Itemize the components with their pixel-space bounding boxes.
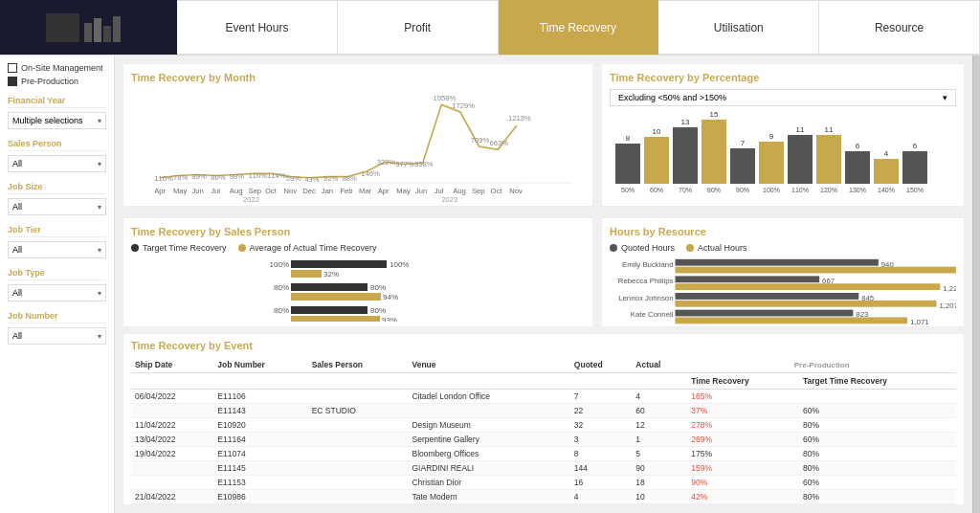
cell-quoted: 7 [570, 390, 632, 404]
svg-text:Jul: Jul [434, 187, 444, 195]
sales-chart: Time Recovery by Sales Person Target Tim… [122, 217, 593, 327]
cell-date: 11/04/2022 [131, 418, 213, 433]
svg-text:13: 13 [681, 118, 690, 126]
chevron-down-icon: ▾ [98, 246, 101, 255]
event-data-table: Ship Date Job Number Sales Person Venue … [131, 357, 956, 505]
preprod-checkbox-box[interactable] [8, 77, 17, 86]
svg-text:7: 7 [741, 139, 746, 147]
cell-recovery: 175% [687, 447, 799, 461]
preprod-checkbox[interactable]: Pre-Production [8, 77, 106, 86]
svg-text:88%: 88% [343, 174, 357, 183]
cell-job: E11106 [213, 390, 307, 404]
svg-text:70%: 70% [679, 187, 692, 193]
svg-text:Apr: Apr [378, 187, 390, 195]
cell-target: 60% [799, 476, 956, 490]
financial-year-select[interactable]: Multiple selections ▾ [8, 112, 106, 129]
svg-text:114%: 114% [267, 171, 286, 180]
cell-recovery: 278% [687, 418, 799, 433]
cell-recovery: 42% [687, 490, 799, 504]
job-tier-select[interactable]: All ▾ [8, 241, 106, 258]
cell-date: 06/04/2022 [131, 390, 213, 404]
cell-person [308, 390, 409, 404]
onsite-checkbox[interactable]: On-Site Management [8, 63, 106, 73]
cell-venue: Bloomberg Offices [408, 447, 569, 461]
cell-quoted: 3 [570, 433, 632, 447]
cell-recovery: 15% [687, 504, 799, 506]
svg-text:60%: 60% [650, 187, 663, 193]
col-empty5 [570, 373, 632, 390]
cell-actual: 90 [632, 461, 687, 476]
svg-text:6: 6 [856, 142, 860, 150]
logo [0, 0, 177, 55]
percent-filter-select[interactable]: Excluding <50% and >150% ▾ [610, 89, 956, 106]
job-number-select[interactable]: All ▾ [8, 327, 106, 345]
cell-date: 13/04/2022 [131, 433, 213, 447]
month-chart-title: Time Recovery by Month [131, 72, 585, 83]
svg-rect-99 [675, 267, 956, 274]
event-table-container[interactable]: Ship Date Job Number Sales Person Venue … [131, 357, 956, 505]
svg-text:120%: 120% [820, 187, 837, 193]
cell-target: 60% [799, 404, 956, 418]
cell-actual: 4 [632, 390, 687, 404]
onsite-checkbox-box[interactable] [8, 63, 17, 73]
svg-text:1,071: 1,071 [910, 318, 929, 326]
legend-actual-hours: Actual Hours [686, 243, 747, 253]
svg-text:Aug: Aug [453, 187, 466, 195]
svg-rect-114 [675, 317, 907, 323]
onsite-label: On-Site Management [21, 63, 103, 73]
col-actual: Actual [632, 357, 687, 373]
job-size-select[interactable]: All ▾ [8, 198, 106, 215]
svg-rect-107 [675, 293, 858, 300]
cell-job: E11216 [213, 504, 307, 506]
tab-time-recovery[interactable]: Time Recovery [499, 0, 659, 55]
cell-target: 80% [799, 447, 956, 461]
cell-quoted: 144 [570, 461, 632, 476]
event-table: Time Recovery by Event Ship Date Job Num… [122, 333, 965, 505]
svg-rect-51 [644, 137, 669, 184]
svg-text:146%: 146% [361, 169, 380, 178]
col-empty1 [131, 373, 213, 390]
svg-rect-4 [113, 16, 121, 42]
cell-venue: Design Museum [408, 418, 569, 433]
job-type-select[interactable]: All ▾ [8, 284, 106, 301]
legend-actual-dot [238, 244, 246, 252]
tab-event-hours[interactable]: Event Hours [177, 0, 338, 55]
tab-utilisation[interactable]: Utilisation [658, 0, 819, 55]
cell-venue: Tate Modern [408, 490, 569, 504]
svg-text:358%: 358% [414, 160, 434, 168]
cell-job: E11143 [213, 404, 307, 418]
svg-text:92%: 92% [323, 174, 338, 183]
svg-rect-78 [902, 151, 927, 184]
table-row: 19/04/2022 E11074 Bloomberg Offices 8 5 … [131, 447, 956, 461]
resource-chart-title: Hours by Resource [610, 226, 956, 237]
sales-person-select[interactable]: All ▾ [8, 155, 106, 172]
svg-text:Kate Connell: Kate Connell [631, 310, 674, 319]
nav-tabs: Event Hours Profit Time Recovery Utilisa… [177, 0, 980, 55]
svg-text:11: 11 [796, 125, 805, 134]
cell-recovery: 37% [687, 404, 799, 418]
col-ship-date: Ship Date [131, 357, 213, 373]
svg-rect-63 [759, 142, 784, 184]
tab-resource[interactable]: Resource [819, 0, 980, 55]
svg-text:10: 10 [653, 127, 661, 136]
svg-text:50%: 50% [621, 187, 635, 193]
cell-target: 60% [799, 433, 956, 447]
tab-profit[interactable]: Profit [338, 0, 499, 55]
resource-chart-svg: Emily Buckland 940 1,517 Rebecca Phillip… [610, 256, 956, 331]
table-row: E11145 GIARDINI REALI 144 90 159% 80% [131, 461, 956, 476]
cell-actual: 60 [632, 404, 687, 418]
svg-text:Dec: Dec [302, 187, 316, 195]
cell-venue: Serpentine Gallery [408, 433, 569, 447]
svg-text:Apr: Apr [154, 187, 166, 195]
col-target-recovery: Target Time Recovery [799, 373, 956, 390]
svg-text:116%: 116% [154, 174, 173, 183]
svg-rect-112 [675, 310, 853, 317]
col-job-number: Job Number [213, 357, 307, 373]
cell-job: E10920 [213, 418, 307, 433]
cell-recovery: 90% [687, 476, 799, 490]
svg-rect-81 [291, 260, 387, 268]
cell-person: EC STUDIO [308, 404, 409, 418]
svg-text:Lennox Johnson: Lennox Johnson [618, 294, 673, 302]
svg-text:2022: 2022 [243, 195, 259, 204]
col-empty3 [308, 373, 409, 390]
